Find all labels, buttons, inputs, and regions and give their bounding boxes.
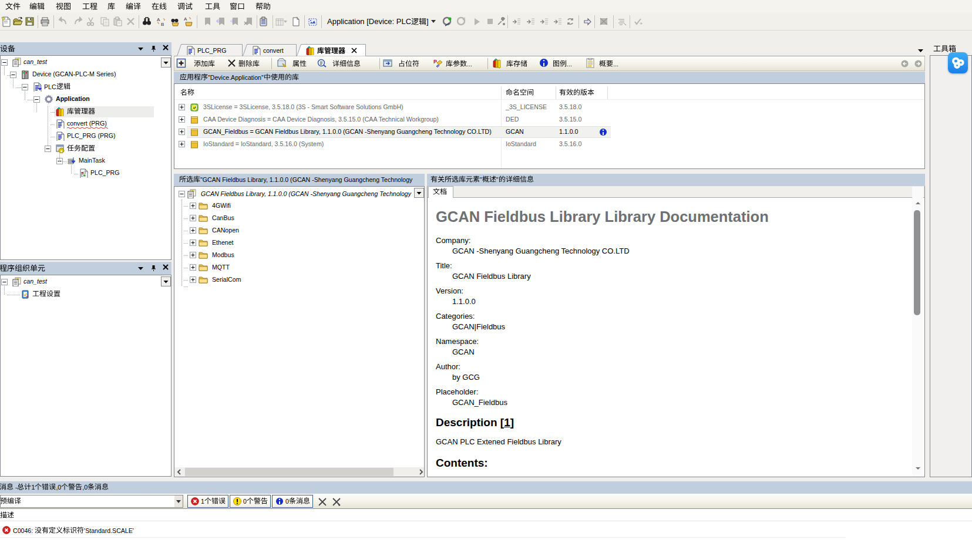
svg-text:A: A: [184, 16, 187, 22]
svg-text:P: P: [433, 59, 437, 65]
svg-text:B: B: [161, 22, 164, 27]
svg-text:A: A: [157, 17, 160, 22]
